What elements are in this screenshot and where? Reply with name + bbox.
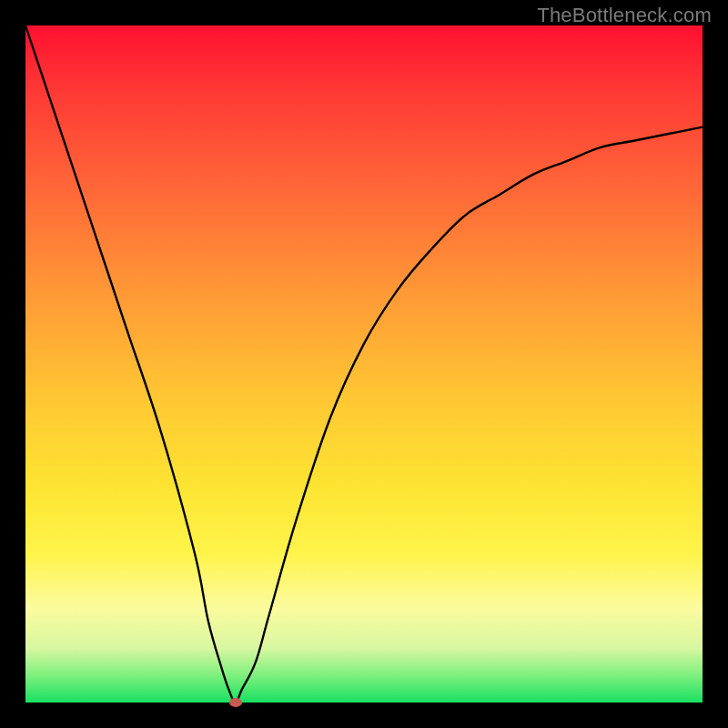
- optimum-marker: [229, 698, 242, 707]
- bottleneck-curve: [25, 25, 703, 703]
- watermark-text: TheBottleneck.com: [537, 4, 712, 27]
- chart-frame: TheBottleneck.com: [0, 0, 728, 728]
- curve-path: [25, 25, 703, 703]
